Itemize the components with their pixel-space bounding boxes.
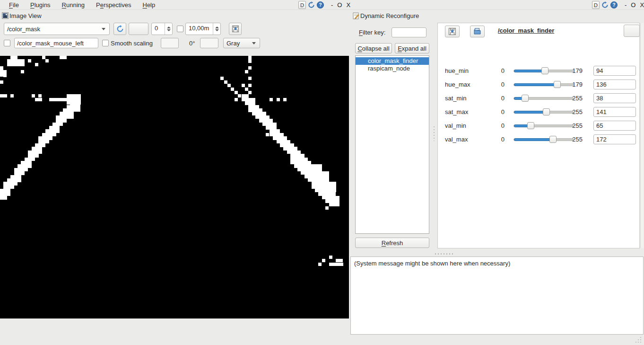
- slider-fill: [514, 70, 546, 72]
- blank-panel-button[interactable]: [624, 25, 640, 37]
- image-view-titlebar-controls: D ? - O X: [298, 1, 350, 9]
- load-config-button[interactable]: [470, 26, 485, 37]
- param-row-sat_min: sat_min0255: [438, 93, 639, 104]
- spin-down-icon[interactable]: [167, 29, 171, 31]
- node-tree: color_mask_finderraspicam_node: [355, 55, 429, 234]
- maximize-button[interactable]: O: [337, 1, 342, 9]
- param-min-label: 0: [501, 81, 505, 88]
- blank-toolbar-button[interactable]: [129, 23, 148, 35]
- save-image-button[interactable]: [229, 23, 242, 35]
- expand-all-button[interactable]: Expand all: [395, 43, 429, 53]
- param-row-val_max: val_max0255: [438, 134, 639, 145]
- tree-item-color_mask_finder[interactable]: color_mask_finder: [356, 57, 429, 65]
- system-message-panel[interactable]: (System message might be shown here when…: [350, 257, 644, 335]
- panel-scrollbar[interactable]: [640, 23, 644, 248]
- slider-groove: [513, 83, 574, 86]
- maximize-button[interactable]: O: [631, 1, 635, 9]
- save-config-button[interactable]: [445, 26, 460, 37]
- image-topic-value: /color_mask: [7, 26, 40, 33]
- slider-handle[interactable]: [554, 81, 561, 88]
- val_min-value-input[interactable]: [593, 121, 636, 131]
- hue_min-value-input[interactable]: [593, 66, 636, 76]
- close-button[interactable]: X: [346, 1, 350, 9]
- param-row-sat_max: sat_max0255: [438, 107, 639, 117]
- filter-key-input[interactable]: [392, 27, 426, 37]
- reload-plugin-icon[interactable]: [601, 1, 609, 9]
- system-message-text: (System message might be shown here when…: [354, 260, 510, 267]
- collapse-all-button[interactable]: Collapse all: [355, 43, 392, 53]
- horizontal-splitter-handle[interactable]: [435, 253, 454, 255]
- hue_max-slider[interactable]: [513, 80, 574, 90]
- slider-handle[interactable]: [522, 95, 529, 102]
- val_max-slider[interactable]: [513, 134, 574, 145]
- mouse-topic-input[interactable]: [14, 38, 98, 48]
- rotation-label: 0°: [189, 40, 195, 47]
- menu-help[interactable]: Help: [137, 1, 160, 9]
- slider-fill: [514, 83, 558, 86]
- chevron-down-icon: [102, 28, 105, 30]
- param-name-label: hue_max: [445, 81, 470, 88]
- max-range-spinbox[interactable]: 10,00m: [185, 23, 221, 35]
- param-row-val_min: val_min0255: [438, 121, 639, 131]
- slider-groove: [513, 138, 574, 141]
- window-resize-grip[interactable]: [635, 336, 642, 344]
- param-min-label: 0: [501, 108, 505, 115]
- slider-handle[interactable]: [541, 67, 548, 74]
- parameters-panel: /color_mask_finder hue_min0179hue_max017…: [437, 23, 640, 248]
- smooth-scaling-label: Smooth scaling: [111, 40, 153, 47]
- param-min-label: 0: [501, 95, 505, 102]
- slider-handle[interactable]: [549, 136, 557, 143]
- menu-file[interactable]: File: [4, 1, 24, 9]
- minimize-button[interactable]: -: [331, 1, 333, 9]
- smooth-scaling-checkbox[interactable]: [102, 40, 109, 46]
- slider-fill: [514, 111, 547, 114]
- slider-handle[interactable]: [527, 122, 534, 129]
- param-name-label: sat_min: [445, 95, 467, 102]
- vertical-splitter-handle[interactable]: [433, 126, 435, 141]
- param-max-label: 255: [572, 136, 583, 143]
- sat_max-value-input[interactable]: [593, 107, 636, 117]
- param-max-label: 255: [572, 122, 583, 129]
- dock-button[interactable]: D: [592, 1, 600, 9]
- minimize-button[interactable]: -: [625, 1, 627, 9]
- help-icon[interactable]: ?: [610, 1, 618, 9]
- val_max-value-input[interactable]: [593, 134, 636, 144]
- param-row-hue_min: hue_min0179: [438, 66, 639, 76]
- param-max-label: 255: [572, 108, 583, 115]
- blank-box-2[interactable]: [200, 38, 218, 48]
- spin-down-icon[interactable]: [215, 29, 219, 31]
- slider-handle[interactable]: [543, 108, 550, 115]
- param-name-label: hue_min: [445, 67, 469, 74]
- refresh-nodes-button[interactable]: Refresh: [355, 238, 429, 248]
- menu-perspectives[interactable]: Perspectives: [91, 1, 136, 9]
- param-min-label: 0: [501, 136, 505, 143]
- menu-plugins[interactable]: Plugins: [25, 1, 56, 9]
- dynamic-reconfigure-icon: [352, 12, 360, 19]
- menu-running[interactable]: Running: [57, 1, 90, 9]
- close-button[interactable]: X: [640, 1, 644, 9]
- sat_min-value-input[interactable]: [593, 93, 636, 103]
- chevron-down-icon: [252, 42, 256, 44]
- sat_max-slider[interactable]: [513, 107, 574, 117]
- reload-plugin-icon[interactable]: [307, 1, 315, 9]
- blank-box-1[interactable]: [161, 38, 179, 48]
- val_min-slider[interactable]: [513, 121, 574, 131]
- param-min-label: 0: [501, 122, 505, 129]
- refresh-topics-button[interactable]: [113, 23, 126, 35]
- spin-up-icon[interactable]: [215, 27, 219, 28]
- dynamic-range-checkbox[interactable]: [177, 26, 183, 32]
- tree-item-raspicam_node[interactable]: raspicam_node: [356, 65, 429, 72]
- zoom-spinbox[interactable]: 0: [151, 23, 173, 35]
- hue_max-value-input[interactable]: [593, 80, 636, 89]
- publish-mouse-click-checkbox[interactable]: [4, 40, 10, 46]
- sat_min-slider[interactable]: [513, 93, 574, 104]
- hue_min-slider[interactable]: [513, 66, 574, 76]
- image-topic-select[interactable]: /color_mask: [4, 23, 110, 35]
- camera-image-view[interactable]: [0, 56, 349, 318]
- spin-up-icon[interactable]: [167, 27, 171, 28]
- help-icon[interactable]: ?: [316, 1, 324, 9]
- color-scheme-select[interactable]: Gray: [223, 38, 260, 48]
- dynamic-reconfigure-title: Dynamic Reconfigure: [360, 12, 419, 19]
- param-max-label: 179: [572, 81, 583, 88]
- dock-button[interactable]: D: [298, 1, 306, 9]
